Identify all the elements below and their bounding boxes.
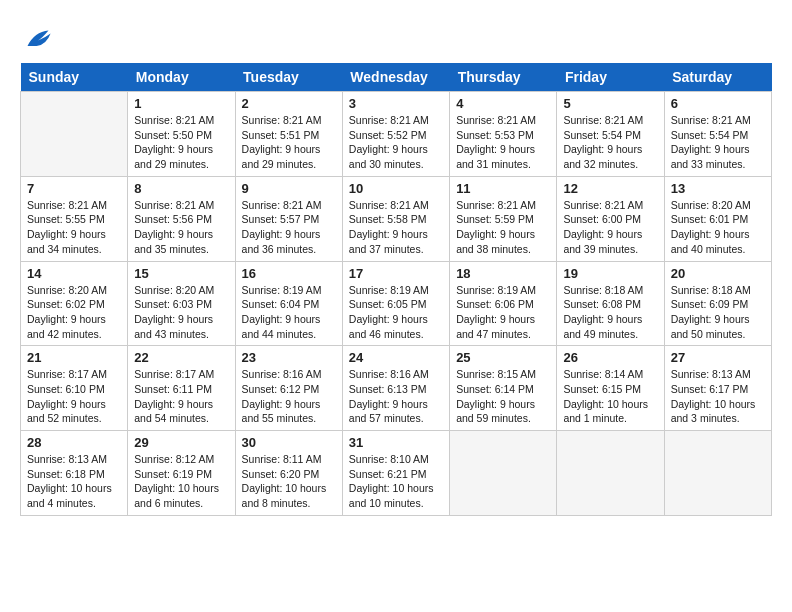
sunrise-label: Sunrise: 8:21 AM — [349, 199, 429, 211]
calendar-cell: 12Sunrise: 8:21 AMSunset: 6:00 PMDayligh… — [557, 176, 664, 261]
sunset-label: Sunset: 6:13 PM — [349, 383, 427, 395]
sunset-label: Sunset: 6:12 PM — [242, 383, 320, 395]
day-number: 11 — [456, 181, 550, 196]
sunrise-label: Sunrise: 8:16 AM — [349, 368, 429, 380]
daylight-label: Daylight: 9 hours and 34 minutes. — [27, 228, 106, 255]
sunset-label: Sunset: 5:56 PM — [134, 213, 212, 225]
daylight-label: Daylight: 9 hours and 50 minutes. — [671, 313, 750, 340]
daylight-label: Daylight: 9 hours and 37 minutes. — [349, 228, 428, 255]
day-number: 13 — [671, 181, 765, 196]
sunrise-label: Sunrise: 8:20 AM — [27, 284, 107, 296]
week-row-5: 28Sunrise: 8:13 AMSunset: 6:18 PMDayligh… — [21, 431, 772, 516]
sunrise-label: Sunrise: 8:20 AM — [134, 284, 214, 296]
day-number: 26 — [563, 350, 657, 365]
page-header — [20, 20, 772, 53]
day-number: 23 — [242, 350, 336, 365]
calendar-cell: 18Sunrise: 8:19 AMSunset: 6:06 PMDayligh… — [450, 261, 557, 346]
sunset-label: Sunset: 6:04 PM — [242, 298, 320, 310]
cell-content: Sunrise: 8:21 AMSunset: 5:55 PMDaylight:… — [27, 198, 121, 257]
day-number: 12 — [563, 181, 657, 196]
sunrise-label: Sunrise: 8:18 AM — [563, 284, 643, 296]
week-row-1: 1Sunrise: 8:21 AMSunset: 5:50 PMDaylight… — [21, 92, 772, 177]
sunset-label: Sunset: 5:59 PM — [456, 213, 534, 225]
cell-content: Sunrise: 8:21 AMSunset: 5:59 PMDaylight:… — [456, 198, 550, 257]
sunset-label: Sunset: 6:06 PM — [456, 298, 534, 310]
day-number: 7 — [27, 181, 121, 196]
day-number: 4 — [456, 96, 550, 111]
sunset-label: Sunset: 6:09 PM — [671, 298, 749, 310]
day-number: 3 — [349, 96, 443, 111]
sunrise-label: Sunrise: 8:10 AM — [349, 453, 429, 465]
daylight-label: Daylight: 9 hours and 46 minutes. — [349, 313, 428, 340]
calendar-cell: 14Sunrise: 8:20 AMSunset: 6:02 PMDayligh… — [21, 261, 128, 346]
sunrise-label: Sunrise: 8:16 AM — [242, 368, 322, 380]
calendar-cell: 15Sunrise: 8:20 AMSunset: 6:03 PMDayligh… — [128, 261, 235, 346]
sunrise-label: Sunrise: 8:17 AM — [27, 368, 107, 380]
sunset-label: Sunset: 6:15 PM — [563, 383, 641, 395]
sunset-label: Sunset: 5:54 PM — [563, 129, 641, 141]
calendar-cell: 24Sunrise: 8:16 AMSunset: 6:13 PMDayligh… — [342, 346, 449, 431]
cell-content: Sunrise: 8:21 AMSunset: 5:52 PMDaylight:… — [349, 113, 443, 172]
sunrise-label: Sunrise: 8:21 AM — [456, 199, 536, 211]
cell-content: Sunrise: 8:21 AMSunset: 5:51 PMDaylight:… — [242, 113, 336, 172]
sunset-label: Sunset: 5:54 PM — [671, 129, 749, 141]
daylight-label: Daylight: 9 hours and 40 minutes. — [671, 228, 750, 255]
daylight-label: Daylight: 9 hours and 44 minutes. — [242, 313, 321, 340]
cell-content: Sunrise: 8:21 AMSunset: 5:58 PMDaylight:… — [349, 198, 443, 257]
cell-content: Sunrise: 8:17 AMSunset: 6:10 PMDaylight:… — [27, 367, 121, 426]
sunrise-label: Sunrise: 8:20 AM — [671, 199, 751, 211]
cell-content: Sunrise: 8:13 AMSunset: 6:17 PMDaylight:… — [671, 367, 765, 426]
calendar-cell: 27Sunrise: 8:13 AMSunset: 6:17 PMDayligh… — [664, 346, 771, 431]
calendar-cell — [21, 92, 128, 177]
week-row-3: 14Sunrise: 8:20 AMSunset: 6:02 PMDayligh… — [21, 261, 772, 346]
day-number: 2 — [242, 96, 336, 111]
sunset-label: Sunset: 6:03 PM — [134, 298, 212, 310]
daylight-label: Daylight: 9 hours and 38 minutes. — [456, 228, 535, 255]
calendar-cell: 20Sunrise: 8:18 AMSunset: 6:09 PMDayligh… — [664, 261, 771, 346]
week-row-4: 21Sunrise: 8:17 AMSunset: 6:10 PMDayligh… — [21, 346, 772, 431]
day-number: 30 — [242, 435, 336, 450]
day-number: 22 — [134, 350, 228, 365]
day-number: 19 — [563, 266, 657, 281]
daylight-label: Daylight: 9 hours and 42 minutes. — [27, 313, 106, 340]
calendar-cell: 6Sunrise: 8:21 AMSunset: 5:54 PMDaylight… — [664, 92, 771, 177]
calendar-cell: 13Sunrise: 8:20 AMSunset: 6:01 PMDayligh… — [664, 176, 771, 261]
sunset-label: Sunset: 6:17 PM — [671, 383, 749, 395]
weekday-header-row: SundayMondayTuesdayWednesdayThursdayFrid… — [21, 63, 772, 92]
day-number: 18 — [456, 266, 550, 281]
calendar-cell: 25Sunrise: 8:15 AMSunset: 6:14 PMDayligh… — [450, 346, 557, 431]
cell-content: Sunrise: 8:21 AMSunset: 5:56 PMDaylight:… — [134, 198, 228, 257]
sunset-label: Sunset: 5:58 PM — [349, 213, 427, 225]
calendar-cell — [664, 431, 771, 516]
calendar-cell: 29Sunrise: 8:12 AMSunset: 6:19 PMDayligh… — [128, 431, 235, 516]
sunrise-label: Sunrise: 8:21 AM — [242, 114, 322, 126]
calendar-cell: 10Sunrise: 8:21 AMSunset: 5:58 PMDayligh… — [342, 176, 449, 261]
day-number: 17 — [349, 266, 443, 281]
daylight-label: Daylight: 9 hours and 33 minutes. — [671, 143, 750, 170]
cell-content: Sunrise: 8:20 AMSunset: 6:03 PMDaylight:… — [134, 283, 228, 342]
sunset-label: Sunset: 5:55 PM — [27, 213, 105, 225]
day-number: 9 — [242, 181, 336, 196]
sunset-label: Sunset: 6:18 PM — [27, 468, 105, 480]
sunrise-label: Sunrise: 8:18 AM — [671, 284, 751, 296]
calendar-table: SundayMondayTuesdayWednesdayThursdayFrid… — [20, 63, 772, 516]
day-number: 29 — [134, 435, 228, 450]
sunset-label: Sunset: 6:00 PM — [563, 213, 641, 225]
cell-content: Sunrise: 8:21 AMSunset: 5:57 PMDaylight:… — [242, 198, 336, 257]
calendar-cell: 19Sunrise: 8:18 AMSunset: 6:08 PMDayligh… — [557, 261, 664, 346]
daylight-label: Daylight: 9 hours and 30 minutes. — [349, 143, 428, 170]
day-number: 24 — [349, 350, 443, 365]
cell-content: Sunrise: 8:10 AMSunset: 6:21 PMDaylight:… — [349, 452, 443, 511]
sunrise-label: Sunrise: 8:11 AM — [242, 453, 322, 465]
sunrise-label: Sunrise: 8:15 AM — [456, 368, 536, 380]
week-row-2: 7Sunrise: 8:21 AMSunset: 5:55 PMDaylight… — [21, 176, 772, 261]
calendar-cell: 11Sunrise: 8:21 AMSunset: 5:59 PMDayligh… — [450, 176, 557, 261]
sunset-label: Sunset: 5:52 PM — [349, 129, 427, 141]
daylight-label: Daylight: 9 hours and 43 minutes. — [134, 313, 213, 340]
day-number: 10 — [349, 181, 443, 196]
calendar-cell: 30Sunrise: 8:11 AMSunset: 6:20 PMDayligh… — [235, 431, 342, 516]
cell-content: Sunrise: 8:19 AMSunset: 6:06 PMDaylight:… — [456, 283, 550, 342]
daylight-label: Daylight: 10 hours and 8 minutes. — [242, 482, 327, 509]
cell-content: Sunrise: 8:21 AMSunset: 5:54 PMDaylight:… — [563, 113, 657, 172]
cell-content: Sunrise: 8:13 AMSunset: 6:18 PMDaylight:… — [27, 452, 121, 511]
